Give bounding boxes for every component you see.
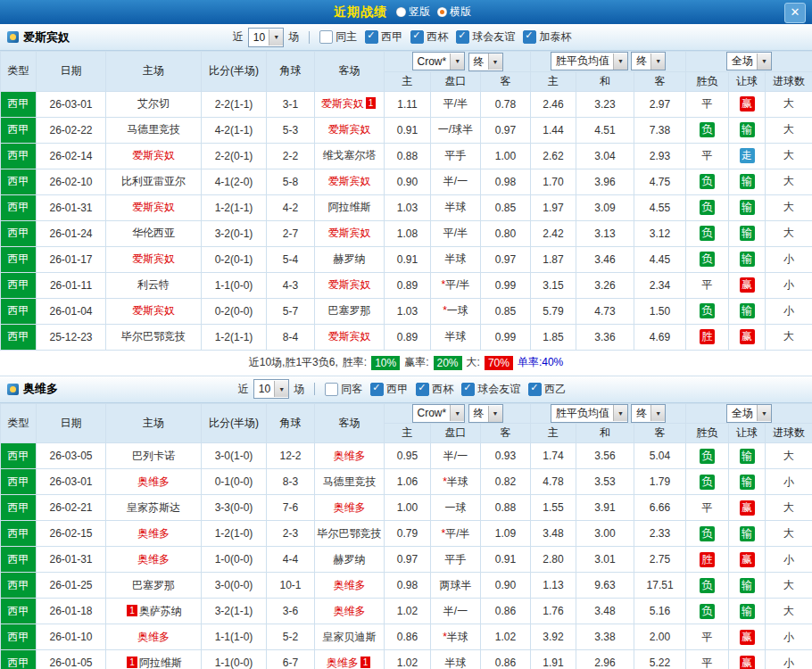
away-team-cell[interactable]: 赫罗纳 [315, 547, 385, 573]
team-name[interactable]: 爱斯宾奴 [132, 149, 175, 161]
score-cell[interactable]: 0-2(0-0) [202, 298, 267, 324]
recent-count-select[interactable]: 10 ▼ [248, 28, 284, 47]
filter-checkbox-1[interactable]: 西甲 [370, 382, 408, 397]
home-team-cell[interactable]: 皇家苏斯达 [106, 495, 202, 521]
home-team-cell[interactable]: 爱斯宾奴 [106, 246, 202, 272]
team-name[interactable]: 爱斯宾奴 [328, 278, 371, 291]
score-cell[interactable]: 1-1(1-0) [202, 624, 267, 650]
radio-icon[interactable] [437, 7, 447, 17]
home-team-cell[interactable]: 比利亚雷亚尔 [106, 169, 202, 194]
team-name[interactable]: 爱斯宾奴 [321, 97, 364, 110]
away-team-cell[interactable]: 马德里竞技 [315, 469, 385, 495]
away-team-cell[interactable]: 皇家贝迪斯 [315, 624, 385, 650]
layout-radio-1[interactable]: 横版 [437, 4, 471, 20]
away-team-cell[interactable]: 奥维多1 [315, 650, 385, 669]
team-name[interactable]: 马德里竞技 [127, 123, 180, 136]
team-name[interactable]: 赫罗纳 [334, 252, 366, 265]
team-name[interactable]: 维戈塞尔塔 [323, 149, 377, 161]
team-name[interactable]: 巴列卡诺 [132, 450, 175, 462]
score-cell[interactable]: 1-0(0-0) [202, 547, 267, 573]
home-team-cell[interactable]: 爱斯宾奴 [106, 194, 202, 220]
radio-icon[interactable] [396, 7, 406, 17]
team-name[interactable]: 奥维多 [327, 657, 359, 669]
scope-select[interactable]: 全场▼ [726, 404, 772, 423]
team-name[interactable]: 皇家苏斯达 [127, 501, 180, 514]
filter-checkbox-4[interactable]: 加泰杯 [523, 29, 571, 45]
away-team-cell[interactable]: 爱斯宾奴 [315, 324, 385, 350]
home-team-cell[interactable]: 巴列卡诺 [106, 443, 202, 469]
team-name[interactable]: 巴塞罗那 [132, 579, 175, 591]
filter-checkbox-2[interactable]: 西杯 [410, 29, 448, 45]
team-name[interactable]: 阿拉维斯 [328, 201, 371, 213]
home-team-cell[interactable]: 奥维多 [106, 469, 202, 495]
team-name[interactable]: 奥维多 [137, 553, 170, 566]
checkbox-icon[interactable] [319, 30, 333, 44]
avg-final-select[interactable]: 终▼ [631, 404, 666, 423]
away-team-cell[interactable]: 爱斯宾奴 [315, 220, 385, 246]
away-team-cell[interactable]: 巴塞罗那 [315, 298, 385, 324]
odds-final-select[interactable]: 终▼ [468, 53, 503, 71]
filter-checkbox-2[interactable]: 西杯 [416, 382, 453, 397]
home-team-cell[interactable]: 奥维多 [106, 547, 202, 573]
score-cell[interactable]: 1-1(0-0) [202, 272, 267, 298]
home-team-cell[interactable]: 巴塞罗那 [106, 573, 202, 599]
team-name[interactable]: 爱斯宾奴 [132, 304, 175, 317]
filter-checkbox-0[interactable]: 同主 [319, 29, 357, 45]
filter-checkbox-1[interactable]: 西甲 [365, 29, 402, 45]
avg-odds-select[interactable]: 胜平负均值▼ [551, 404, 628, 423]
team-name[interactable]: 毕尔巴鄂竞技 [121, 330, 186, 343]
score-cell[interactable]: 4-1(2-0) [202, 169, 267, 194]
team-name[interactable]: 爱斯宾奴 [328, 330, 371, 343]
team-name[interactable]: 阿拉维斯 [139, 657, 182, 669]
away-team-cell[interactable]: 赫罗纳 [315, 246, 385, 272]
score-cell[interactable]: 3-2(1-1) [202, 599, 267, 624]
home-team-cell[interactable]: 奥维多 [106, 624, 202, 650]
away-team-cell[interactable]: 爱斯宾奴 [315, 117, 385, 143]
team-name[interactable]: 爱斯宾奴 [132, 201, 175, 213]
team-name[interactable]: 毕尔巴鄂竞技 [318, 527, 382, 540]
score-cell[interactable]: 0-1(0-0) [202, 469, 267, 495]
away-team-cell[interactable]: 奥维多 [315, 599, 385, 624]
checkbox-icon[interactable] [325, 383, 338, 396]
away-team-cell[interactable]: 奥维多 [315, 443, 385, 469]
recent-count-select[interactable]: 10 ▼ [253, 379, 289, 399]
avg-final-select[interactable]: 终▼ [631, 52, 666, 70]
home-team-cell[interactable]: 1奥萨苏纳 [106, 599, 202, 624]
score-cell[interactable]: 1-2(1-1) [202, 194, 267, 220]
team-name[interactable]: 利云特 [137, 278, 170, 291]
odds-company-select[interactable]: Crow*▼ [412, 52, 466, 70]
filter-checkbox-3[interactable]: 球会友谊 [461, 382, 520, 397]
away-team-cell[interactable]: 维戈塞尔塔 [315, 143, 385, 169]
away-team-cell[interactable]: 奥维多 [315, 495, 385, 521]
team-name[interactable]: 爱斯宾奴 [328, 227, 371, 239]
team-name[interactable]: 马德里竞技 [323, 475, 377, 488]
away-team-cell[interactable]: 爱斯宾奴 [315, 272, 385, 298]
score-cell[interactable]: 1-2(1-1) [202, 324, 267, 350]
away-team-cell[interactable]: 爱斯宾奴1 [315, 91, 385, 117]
team-name[interactable]: 爱斯宾奴 [328, 175, 371, 187]
home-team-cell[interactable]: 奥维多 [106, 521, 202, 547]
score-cell[interactable]: 3-3(0-0) [202, 495, 267, 521]
away-team-cell[interactable]: 爱斯宾奴 [315, 169, 385, 194]
home-team-cell[interactable]: 爱斯宾奴 [106, 143, 202, 169]
home-team-cell[interactable]: 华伦西亚 [106, 220, 202, 246]
score-cell[interactable]: 2-2(0-1) [202, 143, 267, 169]
team-name[interactable]: 奥维多 [334, 579, 366, 591]
team-name[interactable]: 奥维多 [137, 631, 170, 643]
team-name[interactable]: 奥维多 [334, 450, 366, 462]
score-cell[interactable]: 1-1(0-0) [202, 650, 267, 669]
team-name[interactable]: 爱斯宾奴 [328, 123, 371, 136]
home-team-cell[interactable]: 艾尔切 [106, 91, 202, 117]
score-cell[interactable]: 0-2(0-1) [202, 246, 267, 272]
home-team-cell[interactable]: 利云特 [106, 272, 202, 298]
odds-final-select[interactable]: 终▼ [468, 404, 503, 423]
avg-odds-select[interactable]: 胜平负均值▼ [551, 52, 628, 70]
home-team-cell[interactable]: 毕尔巴鄂竞技 [106, 324, 202, 350]
team-name[interactable]: 爱斯宾奴 [132, 252, 175, 265]
away-team-cell[interactable]: 阿拉维斯 [315, 194, 385, 220]
team-name[interactable]: 奥维多 [334, 605, 366, 617]
team-name[interactable]: 皇家贝迪斯 [323, 631, 377, 643]
checkbox-icon[interactable] [461, 383, 475, 396]
filter-checkbox-4[interactable]: 西乙 [528, 382, 566, 397]
checkbox-icon[interactable] [416, 383, 429, 396]
